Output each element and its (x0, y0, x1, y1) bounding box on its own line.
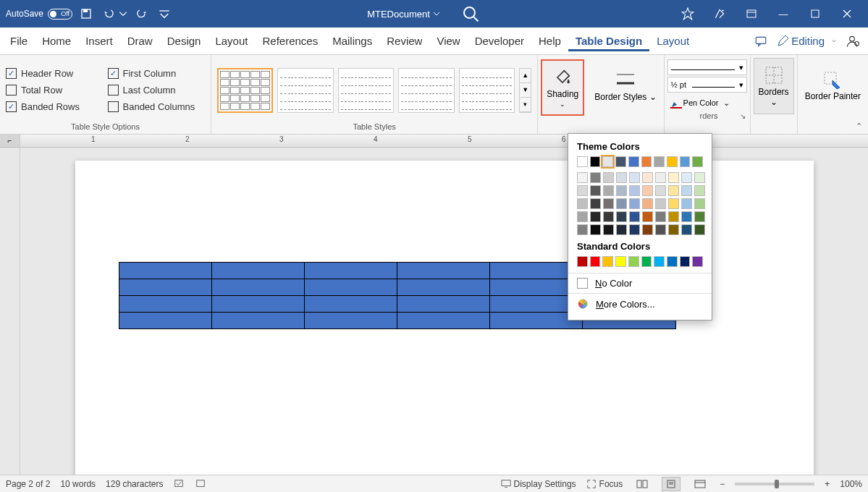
tab-help[interactable]: Help (531, 30, 568, 51)
shade-swatch[interactable] (694, 198, 705, 209)
shade-swatch[interactable] (681, 198, 692, 209)
tab-references[interactable]: References (255, 30, 325, 51)
undo-button[interactable] (100, 4, 119, 24)
table-style-grid[interactable] (217, 68, 273, 113)
shade-swatch[interactable] (694, 185, 705, 196)
undo-dropdown[interactable] (119, 4, 127, 24)
tab-review[interactable]: Review (379, 30, 429, 51)
standard-swatch[interactable] (680, 256, 691, 267)
shade-swatch[interactable] (603, 198, 614, 209)
chk-first-column[interactable]: ✓First Column (108, 68, 206, 79)
redo-button[interactable] (132, 4, 151, 24)
tab-draw[interactable]: Draw (120, 30, 160, 51)
standard-swatch[interactable] (602, 256, 613, 267)
qat-customize[interactable] (155, 4, 174, 24)
close-button[interactable] (832, 4, 862, 24)
shade-swatch[interactable] (642, 198, 653, 209)
focus-mode[interactable]: Focus (586, 479, 623, 489)
chk-header-row[interactable]: ✓Header Row (6, 68, 104, 79)
save-button[interactable] (77, 4, 96, 24)
shade-swatch[interactable] (616, 172, 627, 183)
shade-swatch[interactable] (694, 211, 705, 222)
more-colors-item[interactable]: More Colors... (568, 294, 712, 314)
shade-swatch[interactable] (590, 224, 601, 235)
theme-swatch[interactable] (577, 156, 588, 167)
border-line-style[interactable]: ▾ (667, 59, 747, 75)
editing-mode-button[interactable]: Editing (772, 33, 829, 48)
table-style-4[interactable] (398, 68, 454, 113)
no-color-item[interactable]: No Color (568, 273, 712, 293)
search-button[interactable] (462, 5, 479, 22)
shade-swatch[interactable] (577, 185, 588, 196)
shade-swatch[interactable] (655, 211, 666, 222)
shade-swatch[interactable] (629, 185, 640, 196)
shade-swatch[interactable] (590, 198, 601, 209)
document-title[interactable]: MTEDocument (367, 9, 440, 20)
view-read[interactable] (633, 477, 652, 491)
shade-swatch[interactable] (655, 172, 666, 183)
shade-swatch[interactable] (681, 211, 692, 222)
table-style-2[interactable] (277, 68, 333, 113)
status-spellcheck[interactable] (173, 479, 185, 489)
shade-swatch[interactable] (655, 185, 666, 196)
tab-home[interactable]: Home (35, 30, 78, 51)
theme-swatch[interactable] (680, 156, 691, 167)
standard-swatch[interactable] (654, 256, 665, 267)
coming-soon-icon[interactable] (704, 4, 735, 24)
shade-swatch[interactable] (655, 224, 666, 235)
shade-swatch[interactable] (603, 211, 614, 222)
shading-button[interactable]: Shading ⌄ (541, 59, 584, 116)
standard-swatch[interactable] (590, 256, 601, 267)
shade-swatch[interactable] (668, 211, 679, 222)
tab-view[interactable]: View (429, 30, 467, 51)
standard-swatch[interactable] (615, 256, 626, 267)
zoom-out[interactable]: − (720, 479, 725, 489)
zoom-level[interactable]: 100% (840, 479, 862, 489)
standard-swatch[interactable] (641, 256, 652, 267)
theme-swatch[interactable] (615, 156, 626, 167)
editing-dropdown[interactable] (829, 31, 839, 51)
theme-swatch[interactable] (641, 156, 652, 167)
shade-swatch[interactable] (642, 211, 653, 222)
table-style-5[interactable] (459, 68, 515, 113)
standard-swatch[interactable] (628, 256, 639, 267)
table-style-3[interactable] (338, 68, 394, 113)
vertical-ruler[interactable]: ⌐ (0, 135, 20, 475)
status-chars[interactable]: 129 characters (106, 479, 163, 489)
shade-swatch[interactable] (629, 224, 640, 235)
minimize-button[interactable]: — (768, 4, 799, 24)
chk-total-row[interactable]: Total Row (6, 85, 104, 96)
tab-layout-table[interactable]: Layout (649, 30, 696, 51)
theme-swatch[interactable] (628, 156, 639, 167)
shade-swatch[interactable] (668, 224, 679, 235)
theme-swatch[interactable] (692, 156, 703, 167)
shade-swatch[interactable] (590, 185, 601, 196)
shade-swatch[interactable] (590, 211, 601, 222)
tab-mailings[interactable]: Mailings (325, 30, 379, 51)
shade-swatch[interactable] (629, 172, 640, 183)
shade-swatch[interactable] (681, 172, 692, 183)
shade-swatch[interactable] (629, 211, 640, 222)
theme-swatch[interactable] (602, 156, 613, 167)
ribbon-display-icon[interactable] (736, 4, 767, 24)
standard-swatch[interactable] (692, 256, 703, 267)
tab-table-design[interactable]: Table Design (568, 30, 649, 51)
chk-banded-columns[interactable]: Banded Columns (108, 101, 206, 112)
shade-swatch[interactable] (603, 172, 614, 183)
standard-swatch[interactable] (667, 256, 678, 267)
theme-swatch[interactable] (667, 156, 678, 167)
table-styles-more[interactable]: ▲▼▾ (519, 68, 531, 113)
theme-swatch[interactable] (590, 156, 601, 167)
shade-swatch[interactable] (668, 185, 679, 196)
tab-file[interactable]: File (3, 30, 35, 51)
border-painter-button[interactable]: Border Painter (801, 58, 865, 114)
shade-swatch[interactable] (603, 185, 614, 196)
border-styles-button[interactable]: Border Styles ⌄ (590, 58, 660, 114)
shade-swatch[interactable] (655, 198, 666, 209)
shade-swatch[interactable] (577, 172, 588, 183)
shade-swatch[interactable] (668, 172, 679, 183)
tab-insert[interactable]: Insert (78, 30, 120, 51)
view-web[interactable] (691, 477, 709, 491)
share-button[interactable] (839, 34, 865, 48)
borders-button[interactable]: Borders⌄ (754, 58, 794, 114)
